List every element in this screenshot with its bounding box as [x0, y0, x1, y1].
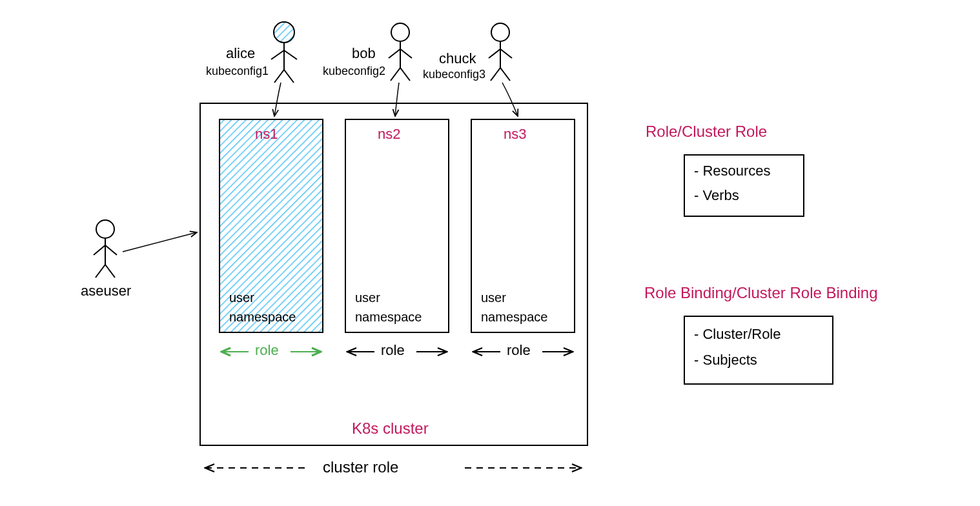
chuck-icon	[489, 23, 512, 81]
svg-line-19	[400, 68, 410, 81]
ns2-label: ns2	[378, 126, 400, 143]
legend-role-item-0: - Resources	[694, 163, 771, 179]
legend-binding-item-1: - Subjects	[694, 352, 757, 369]
ns2-user-label: user	[355, 290, 380, 305]
svg-line-7	[105, 265, 115, 278]
svg-line-10	[271, 50, 284, 59]
svg-line-18	[391, 68, 400, 81]
svg-line-23	[500, 49, 512, 58]
cluster-label: K8s cluster	[352, 420, 429, 438]
ns1-ns-label: namespace	[229, 310, 296, 325]
aseuser-label: aseuser	[81, 283, 131, 299]
ns1-label: ns1	[255, 126, 278, 143]
ns1-role-label: role	[255, 342, 279, 359]
svg-line-16	[389, 49, 400, 58]
legend-role-title: Role/Cluster Role	[646, 123, 767, 141]
legend-role-item-1: - Verbs	[694, 187, 739, 204]
aseuser-icon	[94, 220, 117, 278]
legend-binding-title: Role Binding/Cluster Role Binding	[644, 284, 878, 302]
chuck-label: chuck	[439, 50, 476, 67]
svg-line-6	[96, 265, 105, 278]
svg-point-14	[391, 23, 409, 41]
bob-icon	[389, 23, 412, 81]
svg-line-22	[489, 49, 500, 58]
svg-line-13	[284, 70, 294, 83]
bob-arrow	[395, 83, 399, 116]
svg-point-2	[96, 220, 114, 238]
ns1-user-label: user	[229, 290, 254, 305]
chuck-arrow	[502, 83, 518, 116]
bob-label: bob	[352, 45, 376, 62]
alice-label: alice	[226, 45, 255, 62]
chuck-config-label: kubeconfig3	[423, 68, 485, 81]
svg-line-17	[400, 49, 412, 58]
ns2-ns-label: namespace	[355, 310, 422, 325]
cluster-role-label: cluster role	[323, 458, 398, 476]
svg-point-20	[491, 23, 509, 41]
svg-line-5	[105, 245, 117, 255]
svg-point-8	[274, 22, 294, 43]
svg-line-24	[491, 68, 500, 81]
ns3-role-label: role	[507, 342, 531, 359]
ns2-role-label: role	[381, 342, 405, 359]
diagram-canvas	[0, 0, 980, 506]
ns3-user-label: user	[481, 290, 506, 305]
svg-line-11	[284, 50, 297, 59]
legend-binding-item-0: - Cluster/Role	[694, 326, 781, 343]
bob-config-label: kubeconfig2	[323, 65, 385, 78]
aseuser-arrow	[123, 232, 197, 252]
ns3-ns-label: namespace	[481, 310, 547, 325]
svg-line-12	[274, 70, 284, 83]
alice-arrow	[274, 83, 281, 116]
svg-line-4	[94, 245, 105, 255]
alice-config-label: kubeconfig1	[206, 65, 269, 78]
svg-line-25	[500, 68, 510, 81]
alice-icon	[271, 22, 297, 83]
ns3-label: ns3	[504, 126, 526, 143]
